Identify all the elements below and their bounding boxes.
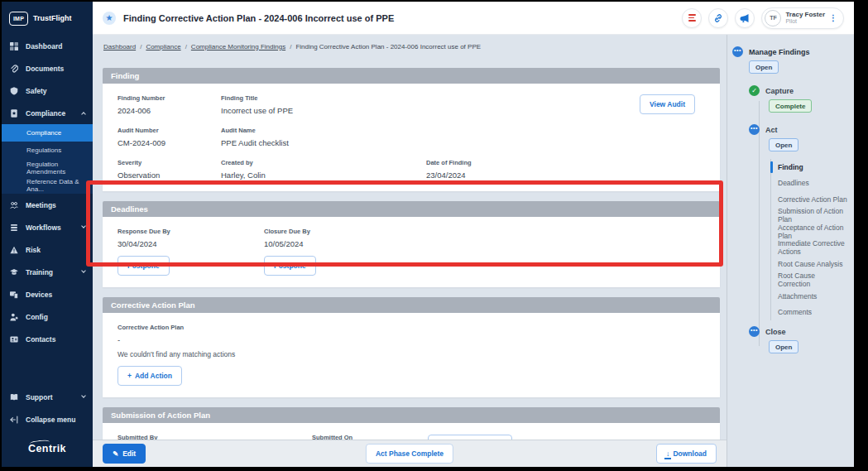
act-section-root-cause-analysis[interactable]: Root Cause Analysis [778, 256, 849, 272]
field-label: Date of Finding [426, 159, 705, 166]
breadcrumb: Dashboard / Compliance / Compliance Moni… [93, 35, 727, 58]
add-action-button[interactable]: + Add Action [117, 366, 182, 386]
sidebar-item-workflows[interactable]: Workflows [2, 216, 93, 238]
field-label: Submitted By [117, 434, 312, 440]
manage-findings-panel: ••• Manage Findings Open ✓ Capture Compl… [727, 35, 854, 467]
submission-card-header: Submission of Action Plan [103, 407, 720, 423]
sidebar-label: Contacts [26, 335, 55, 344]
act-section-acceptance[interactable]: Acceptance of Action Plan [778, 223, 849, 240]
breadcrumb-separator: / [185, 43, 187, 50]
compliance-submenu: Compliance Regulations Regulation Amendm… [2, 124, 93, 194]
act-phase-complete-button[interactable]: Act Phase Complete [366, 444, 453, 464]
sidebar-label: Workflows [26, 223, 61, 232]
sidebar-item-contacts[interactable]: Contacts [2, 328, 93, 350]
body-row: Dashboard / Compliance / Compliance Moni… [93, 35, 854, 467]
act-section-attachments[interactable]: Attachments [778, 288, 849, 305]
breadcrumb-link-compliance[interactable]: Compliance [146, 43, 180, 50]
add-action-label: Add Action [135, 372, 172, 380]
field-label: Severity [117, 159, 221, 166]
sidebar-item-compliance[interactable]: Compliance [2, 102, 93, 124]
sidebar-sublabel: Regulations [26, 147, 61, 154]
sidebar-item-support[interactable]: Support [2, 386, 93, 408]
act-section-submission[interactable]: Submission of Action Plan [778, 208, 849, 224]
app-window: IMP TrustFlight Dashboard Documents Safe… [2, 2, 854, 467]
step-close[interactable]: ••• Close [749, 326, 849, 337]
sidebar-item-risk[interactable]: Risk [2, 238, 93, 261]
chevron-down-icon [81, 223, 86, 228]
act-section-comments[interactable]: Comments [778, 305, 849, 321]
sidebar-subitem-regulation-amendments[interactable]: Regulation Amendments [2, 159, 93, 176]
sidebar-item-config[interactable]: Config [2, 305, 93, 328]
sidebar-label: Safety [26, 87, 47, 95]
step-act[interactable]: ••• Act [749, 124, 849, 135]
finding-star-icon: ★ [103, 12, 116, 25]
field-severity: Severity Observation [117, 159, 221, 180]
field-label: Response Due By [117, 228, 264, 235]
breadcrumb-link-monitoring-findings[interactable]: Compliance Monitoring Findings [191, 43, 285, 50]
field-value: Observation [117, 171, 221, 180]
act-section-root-cause-correction[interactable]: Root Cause Correction [778, 272, 849, 289]
edit-button[interactable]: ✎ Edit [103, 444, 146, 464]
announcements-button[interactable] [735, 8, 755, 28]
collapse-menu-button[interactable]: Collapse menu [2, 408, 93, 430]
field-label: Submitted On [312, 434, 428, 440]
field-value: Incorrect use of PPE [221, 106, 426, 115]
sidebar-spacer [2, 350, 93, 386]
deadlines-card-body: Response Due By 30/04/2024 Postpone Clos… [103, 217, 720, 287]
act-status-badge: Open [769, 138, 798, 151]
field-created-by: Created by Harley, Colin [221, 159, 426, 180]
breadcrumb-link-dashboard[interactable]: Dashboard [103, 43, 136, 50]
field-response-due-by: Response Due By 30/04/2024 Postpone [117, 228, 264, 276]
act-section-immediate-actions[interactable]: Immediate Corrective Actions [778, 240, 849, 257]
field-value: 30/04/2024 [117, 239, 264, 248]
sidebar-item-training[interactable]: Training [2, 261, 93, 283]
ellipsis-dot-icon: ••• [732, 46, 743, 57]
field-date-of-finding: Date of Finding 23/04/2024 [426, 159, 705, 180]
sidebar-label: Documents [26, 65, 64, 73]
sidebar-subitem-reference-data[interactable]: Reference Data & Ana... [2, 176, 93, 194]
book-icon [9, 393, 19, 401]
sidebar-label: Support [26, 393, 53, 401]
cards-scroll-area[interactable]: Finding Finding Number 2024-006 Finding … [93, 58, 727, 440]
sidebar-subitem-compliance[interactable]: Compliance [2, 124, 93, 142]
sidebar-sublabel: Regulation Amendments [26, 161, 85, 175]
act-section-finding[interactable]: Finding [778, 159, 849, 175]
sidebar-subitem-regulations[interactable]: Regulations [2, 142, 93, 159]
act-section-corrective-action-plan[interactable]: Corrective Action Plan [778, 191, 849, 208]
compliance-star-doc-icon [9, 109, 19, 118]
breadcrumb-current: Finding Corrective Action Plan - 2024-00… [295, 43, 481, 50]
top-header-bar: ★ Finding Corrective Action Plan - 2024-… [93, 2, 854, 35]
app-logo[interactable]: IMP TrustFlight [2, 2, 93, 35]
link-button[interactable] [708, 8, 728, 28]
postpone-response-button[interactable]: Postpone [117, 256, 170, 276]
sidebar-item-devices[interactable]: Devices [2, 283, 93, 305]
download-button[interactable]: ↓ Download [656, 444, 717, 464]
sidebar-item-meetings[interactable]: Meetings [2, 194, 93, 216]
field-value: CM-2024-009 [117, 138, 221, 147]
step-label: Capture [765, 87, 794, 95]
kebab-menu-icon[interactable]: ⋮ [829, 14, 837, 22]
deadlines-card: Deadlines Response Due By 30/04/2024 Pos… [103, 201, 720, 287]
left-sidebar: IMP TrustFlight Dashboard Documents Safe… [2, 2, 93, 467]
edit-label: Edit [122, 449, 136, 458]
sidebar-item-documents[interactable]: Documents [2, 57, 93, 79]
sidebar-label: Risk [26, 246, 41, 254]
step-manage-findings[interactable]: ••• Manage Findings [732, 46, 849, 57]
view-audit-button[interactable]: View Audit [640, 94, 695, 114]
user-menu[interactable]: TF Tracy Foster Pilot ⋮ [761, 7, 844, 29]
centrik-brand-logo: Centrik [2, 430, 93, 467]
sidebar-item-dashboard[interactable]: Dashboard [2, 35, 93, 57]
sidebar-item-safety[interactable]: Safety [2, 79, 93, 102]
postpone-closure-button[interactable]: Postpone [264, 256, 316, 276]
activity-log-button[interactable] [682, 8, 702, 28]
user-avatar: TF [765, 10, 781, 26]
breadcrumb-separator: / [290, 43, 291, 50]
dashboard-icon [9, 42, 19, 50]
submission-card-body: Submitted By - Submitted On - Submit Act… [103, 423, 720, 440]
footer-action-bar: ✎ Edit Act Phase Complete ↓ Download [93, 440, 727, 467]
step-capture[interactable]: ✓ Capture [749, 85, 849, 96]
field-submitted-by: Submitted By - [117, 434, 312, 440]
ellipsis-dot-icon: ••• [749, 326, 760, 337]
act-section-deadlines[interactable]: Deadlines [778, 175, 849, 192]
capture-status-badge: Complete [769, 99, 812, 113]
